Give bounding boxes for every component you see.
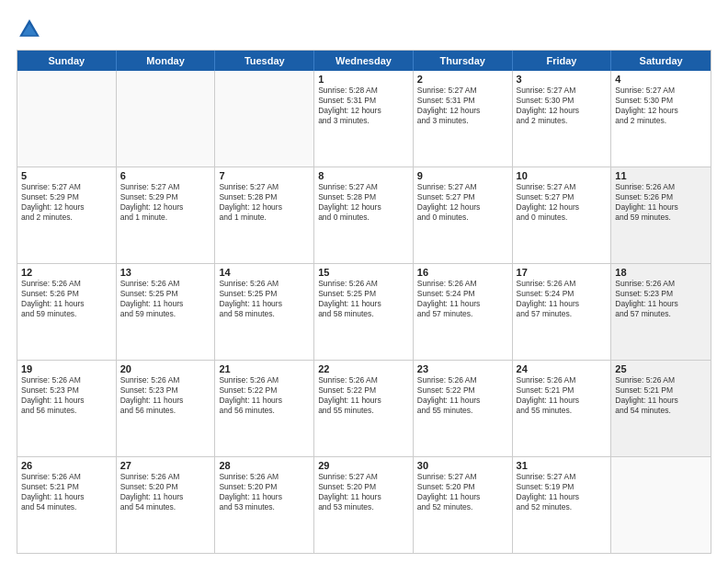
- calendar-cell: 5Sunrise: 5:27 AM Sunset: 5:29 PM Daylig…: [17, 167, 117, 263]
- cell-info: Sunrise: 5:27 AM Sunset: 5:20 PM Dayligh…: [417, 472, 508, 512]
- day-number: 3: [517, 74, 608, 85]
- calendar-cell: 18Sunrise: 5:26 AM Sunset: 5:23 PM Dayli…: [611, 264, 711, 360]
- day-number: 29: [318, 460, 409, 471]
- cell-info: Sunrise: 5:28 AM Sunset: 5:31 PM Dayligh…: [318, 86, 409, 126]
- day-number: 27: [120, 460, 211, 471]
- calendar-cell: 25Sunrise: 5:26 AM Sunset: 5:21 PM Dayli…: [611, 361, 711, 456]
- calendar-cell: 27Sunrise: 5:26 AM Sunset: 5:20 PM Dayli…: [117, 457, 216, 553]
- cell-info: Sunrise: 5:26 AM Sunset: 5:25 PM Dayligh…: [318, 279, 409, 319]
- calendar-row: 1Sunrise: 5:28 AM Sunset: 5:31 PM Daylig…: [17, 71, 711, 167]
- cell-info: Sunrise: 5:26 AM Sunset: 5:21 PM Dayligh…: [21, 472, 112, 512]
- day-number: 28: [219, 460, 310, 471]
- calendar-cell: 14Sunrise: 5:26 AM Sunset: 5:25 PM Dayli…: [215, 264, 314, 360]
- calendar-cell: 1Sunrise: 5:28 AM Sunset: 5:31 PM Daylig…: [314, 71, 414, 167]
- header: [17, 17, 711, 42]
- day-number: 22: [318, 363, 409, 374]
- calendar-cell: [611, 457, 711, 553]
- calendar-cell: [215, 71, 314, 167]
- day-number: 19: [21, 363, 112, 374]
- day-number: 2: [417, 74, 508, 85]
- cell-info: Sunrise: 5:27 AM Sunset: 5:29 PM Dayligh…: [120, 182, 211, 223]
- calendar-cell: 31Sunrise: 5:27 AM Sunset: 5:19 PM Dayli…: [513, 457, 612, 553]
- day-number: 18: [615, 267, 707, 278]
- calendar-body: 1Sunrise: 5:28 AM Sunset: 5:31 PM Daylig…: [17, 71, 711, 553]
- day-number: 9: [417, 170, 508, 181]
- cell-info: Sunrise: 5:26 AM Sunset: 5:24 PM Dayligh…: [517, 279, 608, 319]
- calendar-cell: 9Sunrise: 5:27 AM Sunset: 5:27 PM Daylig…: [414, 167, 513, 263]
- day-number: 25: [615, 363, 707, 374]
- cell-info: Sunrise: 5:26 AM Sunset: 5:25 PM Dayligh…: [219, 279, 310, 319]
- calendar-cell: 16Sunrise: 5:26 AM Sunset: 5:24 PM Dayli…: [414, 264, 513, 360]
- day-number: 8: [318, 170, 409, 181]
- day-number: 24: [517, 363, 608, 374]
- calendar-cell: 4Sunrise: 5:27 AM Sunset: 5:30 PM Daylig…: [611, 71, 711, 167]
- calendar: SundayMondayTuesdayWednesdayThursdayFrid…: [17, 50, 711, 554]
- calendar-row: 26Sunrise: 5:26 AM Sunset: 5:21 PM Dayli…: [17, 457, 711, 553]
- day-number: 26: [21, 460, 112, 471]
- cell-info: Sunrise: 5:27 AM Sunset: 5:28 PM Dayligh…: [219, 182, 310, 223]
- day-number: 21: [219, 363, 310, 374]
- cell-info: Sunrise: 5:26 AM Sunset: 5:24 PM Dayligh…: [417, 279, 508, 319]
- calendar-cell: 20Sunrise: 5:26 AM Sunset: 5:23 PM Dayli…: [117, 361, 216, 456]
- calendar-cell: 19Sunrise: 5:26 AM Sunset: 5:23 PM Dayli…: [17, 361, 117, 456]
- calendar-cell: 30Sunrise: 5:27 AM Sunset: 5:20 PM Dayli…: [414, 457, 513, 553]
- calendar-cell: 7Sunrise: 5:27 AM Sunset: 5:28 PM Daylig…: [215, 167, 314, 263]
- weekday-header: Thursday: [414, 51, 513, 71]
- cell-info: Sunrise: 5:27 AM Sunset: 5:19 PM Dayligh…: [517, 472, 608, 512]
- day-number: 7: [219, 170, 310, 181]
- calendar-cell: 17Sunrise: 5:26 AM Sunset: 5:24 PM Dayli…: [513, 264, 612, 360]
- day-number: 10: [517, 170, 608, 181]
- cell-info: Sunrise: 5:26 AM Sunset: 5:22 PM Dayligh…: [318, 375, 409, 416]
- calendar-cell: 23Sunrise: 5:26 AM Sunset: 5:22 PM Dayli…: [414, 361, 513, 456]
- logo-icon: [17, 17, 42, 42]
- calendar-cell: 3Sunrise: 5:27 AM Sunset: 5:30 PM Daylig…: [513, 71, 612, 167]
- cell-info: Sunrise: 5:26 AM Sunset: 5:25 PM Dayligh…: [120, 279, 211, 319]
- calendar-cell: [117, 71, 216, 167]
- calendar-cell: 6Sunrise: 5:27 AM Sunset: 5:29 PM Daylig…: [117, 167, 216, 263]
- cell-info: Sunrise: 5:26 AM Sunset: 5:21 PM Dayligh…: [615, 375, 707, 416]
- calendar-cell: 10Sunrise: 5:27 AM Sunset: 5:27 PM Dayli…: [513, 167, 612, 263]
- cell-info: Sunrise: 5:27 AM Sunset: 5:20 PM Dayligh…: [318, 472, 409, 512]
- day-number: 1: [318, 74, 409, 85]
- weekday-header: Monday: [117, 51, 216, 71]
- day-number: 23: [417, 363, 508, 374]
- cell-info: Sunrise: 5:26 AM Sunset: 5:20 PM Dayligh…: [219, 472, 310, 512]
- cell-info: Sunrise: 5:26 AM Sunset: 5:21 PM Dayligh…: [517, 375, 608, 416]
- weekday-header: Friday: [513, 51, 612, 71]
- weekday-header: Tuesday: [215, 51, 314, 71]
- day-number: 15: [318, 267, 409, 278]
- cell-info: Sunrise: 5:26 AM Sunset: 5:26 PM Dayligh…: [21, 279, 112, 319]
- calendar-cell: 28Sunrise: 5:26 AM Sunset: 5:20 PM Dayli…: [215, 457, 314, 553]
- cell-info: Sunrise: 5:26 AM Sunset: 5:20 PM Dayligh…: [120, 472, 211, 512]
- cell-info: Sunrise: 5:27 AM Sunset: 5:30 PM Dayligh…: [615, 86, 707, 126]
- day-number: 20: [120, 363, 211, 374]
- cell-info: Sunrise: 5:27 AM Sunset: 5:31 PM Dayligh…: [417, 86, 508, 126]
- page: SundayMondayTuesdayWednesdayThursdayFrid…: [0, 0, 728, 563]
- cell-info: Sunrise: 5:26 AM Sunset: 5:23 PM Dayligh…: [615, 279, 707, 319]
- calendar-cell: 15Sunrise: 5:26 AM Sunset: 5:25 PM Dayli…: [314, 264, 414, 360]
- cell-info: Sunrise: 5:27 AM Sunset: 5:27 PM Dayligh…: [417, 182, 508, 223]
- day-number: 30: [417, 460, 508, 471]
- day-number: 5: [21, 170, 112, 181]
- cell-info: Sunrise: 5:27 AM Sunset: 5:28 PM Dayligh…: [318, 182, 409, 223]
- calendar-row: 12Sunrise: 5:26 AM Sunset: 5:26 PM Dayli…: [17, 264, 711, 361]
- calendar-cell: 12Sunrise: 5:26 AM Sunset: 5:26 PM Dayli…: [17, 264, 117, 360]
- day-number: 31: [517, 460, 608, 471]
- cell-info: Sunrise: 5:26 AM Sunset: 5:26 PM Dayligh…: [615, 182, 707, 223]
- day-number: 16: [417, 267, 508, 278]
- calendar-cell: 22Sunrise: 5:26 AM Sunset: 5:22 PM Dayli…: [314, 361, 414, 456]
- logo: [17, 17, 46, 42]
- day-number: 17: [517, 267, 608, 278]
- weekday-header: Wednesday: [314, 51, 414, 71]
- day-number: 13: [120, 267, 211, 278]
- day-number: 11: [615, 170, 707, 181]
- calendar-row: 5Sunrise: 5:27 AM Sunset: 5:29 PM Daylig…: [17, 167, 711, 264]
- cell-info: Sunrise: 5:27 AM Sunset: 5:27 PM Dayligh…: [517, 182, 608, 223]
- cell-info: Sunrise: 5:26 AM Sunset: 5:22 PM Dayligh…: [417, 375, 508, 416]
- calendar-cell: 2Sunrise: 5:27 AM Sunset: 5:31 PM Daylig…: [414, 71, 513, 167]
- calendar-cell: 29Sunrise: 5:27 AM Sunset: 5:20 PM Dayli…: [314, 457, 414, 553]
- calendar-cell: 24Sunrise: 5:26 AM Sunset: 5:21 PM Dayli…: [513, 361, 612, 456]
- cell-info: Sunrise: 5:27 AM Sunset: 5:29 PM Dayligh…: [21, 182, 112, 223]
- calendar-cell: [17, 71, 117, 167]
- cell-info: Sunrise: 5:26 AM Sunset: 5:22 PM Dayligh…: [219, 375, 310, 416]
